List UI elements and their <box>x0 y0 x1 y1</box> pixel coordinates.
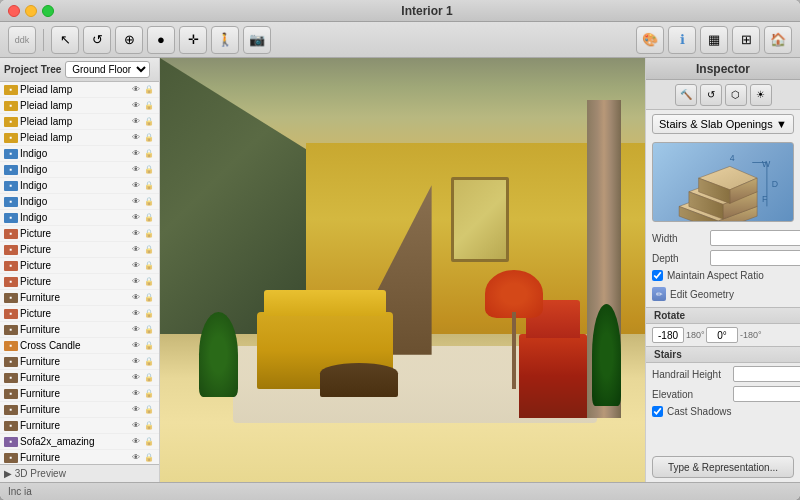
rotate-input-2[interactable] <box>706 327 738 343</box>
rotate-input-1[interactable] <box>652 327 684 343</box>
tree-item[interactable]: ▪Furniture👁🔒 <box>0 386 159 402</box>
floor-selector[interactable]: Ground Floor <box>65 61 150 78</box>
tree-item-visibility-btn[interactable]: 👁 <box>130 196 142 208</box>
tree-item-lock-btn[interactable]: 🔒 <box>143 164 155 176</box>
tree-item-lock-btn[interactable]: 🔒 <box>143 324 155 336</box>
tree-item-lock-btn[interactable]: 🔒 <box>143 180 155 192</box>
tree-item-lock-btn[interactable]: 🔒 <box>143 212 155 224</box>
tree-item[interactable]: ▪Picture👁🔒 <box>0 258 159 274</box>
tree-item-visibility-btn[interactable]: 👁 <box>130 308 142 320</box>
tree-item-lock-btn[interactable]: 🔒 <box>143 404 155 416</box>
logo-btn[interactable]: ddk <box>8 26 36 54</box>
tree-item-lock-btn[interactable]: 🔒 <box>143 196 155 208</box>
tree-item-lock-btn[interactable]: 🔒 <box>143 132 155 144</box>
tree-item-lock-btn[interactable]: 🔒 <box>143 84 155 96</box>
minimize-button[interactable] <box>25 5 37 17</box>
tree-item[interactable]: ▪Indigo👁🔒 <box>0 194 159 210</box>
tree-item-visibility-btn[interactable]: 👁 <box>130 340 142 352</box>
tree-item-lock-btn[interactable]: 🔒 <box>143 340 155 352</box>
tree-item-visibility-btn[interactable]: 👁 <box>130 388 142 400</box>
tree-footer[interactable]: ▶ 3D Preview <box>0 464 159 482</box>
tree-item[interactable]: ▪Picture👁🔒 <box>0 306 159 322</box>
type-rep-button[interactable]: Type & Representation... <box>652 456 794 478</box>
tree-item[interactable]: ▪Furniture👁🔒 <box>0 370 159 386</box>
tree-item-visibility-btn[interactable]: 👁 <box>130 372 142 384</box>
tree-item-visibility-btn[interactable]: 👁 <box>130 260 142 272</box>
insp-btn-4[interactable]: ☀ <box>750 84 772 106</box>
elevation-input[interactable] <box>733 386 800 402</box>
tree-item-lock-btn[interactable]: 🔒 <box>143 356 155 368</box>
tree-item-visibility-btn[interactable]: 👁 <box>130 436 142 448</box>
tree-item[interactable]: ▪Furniture👁🔒 <box>0 290 159 306</box>
tree-item-lock-btn[interactable]: 🔒 <box>143 436 155 448</box>
tree-item-visibility-btn[interactable]: 👁 <box>130 116 142 128</box>
tree-item[interactable]: ▪Picture👁🔒 <box>0 226 159 242</box>
move-tool-btn[interactable]: ✛ <box>179 26 207 54</box>
render-btn[interactable]: 🎨 <box>636 26 664 54</box>
tree-item-lock-btn[interactable]: 🔒 <box>143 372 155 384</box>
inspector-section-dropdown[interactable]: Stairs & Slab Openings ▼ <box>652 114 794 134</box>
settings-btn[interactable]: 🏠 <box>764 26 792 54</box>
canvas-area[interactable] <box>160 58 645 482</box>
tree-item[interactable]: ▪Furniture👁🔒 <box>0 418 159 434</box>
tree-item-visibility-btn[interactable]: 👁 <box>130 292 142 304</box>
dot-tool-btn[interactable]: ● <box>147 26 175 54</box>
view-btn[interactable]: ▦ <box>700 26 728 54</box>
tree-item[interactable]: ▪Pleiad lamp👁🔒 <box>0 130 159 146</box>
tree-item-lock-btn[interactable]: 🔒 <box>143 100 155 112</box>
tree-item-lock-btn[interactable]: 🔒 <box>143 388 155 400</box>
tree-item-visibility-btn[interactable]: 👁 <box>130 100 142 112</box>
edit-geometry-btn[interactable]: ✏ Edit Geometry <box>652 285 794 303</box>
info-btn[interactable]: ℹ <box>668 26 696 54</box>
tree-item[interactable]: ▪Furniture👁🔒 <box>0 354 159 370</box>
tree-item-visibility-btn[interactable]: 👁 <box>130 132 142 144</box>
tree-item[interactable]: ▪Furniture👁🔒 <box>0 450 159 464</box>
tree-item-lock-btn[interactable]: 🔒 <box>143 420 155 432</box>
grid-btn[interactable]: ⊞ <box>732 26 760 54</box>
tree-item-visibility-btn[interactable]: 👁 <box>130 404 142 416</box>
handrail-input[interactable] <box>733 366 800 382</box>
tree-item-visibility-btn[interactable]: 👁 <box>130 164 142 176</box>
depth-input[interactable] <box>710 250 800 266</box>
insp-btn-1[interactable]: 🔨 <box>675 84 697 106</box>
tree-item-visibility-btn[interactable]: 👁 <box>130 356 142 368</box>
tree-item[interactable]: ▪Indigo👁🔒 <box>0 146 159 162</box>
tree-item-lock-btn[interactable]: 🔒 <box>143 148 155 160</box>
cast-shadows-checkbox[interactable] <box>652 406 663 417</box>
tree-item-lock-btn[interactable]: 🔒 <box>143 228 155 240</box>
tree-item[interactable]: ▪Pleiad lamp👁🔒 <box>0 82 159 98</box>
insp-btn-2[interactable]: ↺ <box>700 84 722 106</box>
tree-item-visibility-btn[interactable]: 👁 <box>130 228 142 240</box>
tree-item-lock-btn[interactable]: 🔒 <box>143 276 155 288</box>
person-tool-btn[interactable]: 🚶 <box>211 26 239 54</box>
tree-item[interactable]: ▪Sofa2x_amazing👁🔒 <box>0 434 159 450</box>
tree-item[interactable]: ▪Pleiad lamp👁🔒 <box>0 98 159 114</box>
project-tree-list[interactable]: ▪Pleiad lamp👁🔒▪Pleiad lamp👁🔒▪Pleiad lamp… <box>0 82 159 464</box>
maximize-button[interactable] <box>42 5 54 17</box>
maintain-aspect-checkbox[interactable] <box>652 270 663 281</box>
tree-item-lock-btn[interactable]: 🔒 <box>143 116 155 128</box>
tree-item[interactable]: ▪Picture👁🔒 <box>0 274 159 290</box>
tree-item-visibility-btn[interactable]: 👁 <box>130 244 142 256</box>
close-button[interactable] <box>8 5 20 17</box>
tree-item-lock-btn[interactable]: 🔒 <box>143 308 155 320</box>
tree-item[interactable]: ▪Furniture👁🔒 <box>0 322 159 338</box>
insp-btn-3[interactable]: ⬡ <box>725 84 747 106</box>
tree-item[interactable]: ▪Cross Candle👁🔒 <box>0 338 159 354</box>
tree-item-visibility-btn[interactable]: 👁 <box>130 276 142 288</box>
tree-item-lock-btn[interactable]: 🔒 <box>143 244 155 256</box>
rotate-tool-btn[interactable]: ↺ <box>83 26 111 54</box>
tree-item-visibility-btn[interactable]: 👁 <box>130 452 142 464</box>
tree-item-visibility-btn[interactable]: 👁 <box>130 180 142 192</box>
tree-item-visibility-btn[interactable]: 👁 <box>130 324 142 336</box>
tree-item-visibility-btn[interactable]: 👁 <box>130 212 142 224</box>
tree-item[interactable]: ▪Indigo👁🔒 <box>0 178 159 194</box>
tree-item[interactable]: ▪Indigo👁🔒 <box>0 210 159 226</box>
tree-item-lock-btn[interactable]: 🔒 <box>143 292 155 304</box>
tree-item[interactable]: ▪Picture👁🔒 <box>0 242 159 258</box>
camera-tool-btn[interactable]: 📷 <box>243 26 271 54</box>
tree-item-lock-btn[interactable]: 🔒 <box>143 260 155 272</box>
pan-tool-btn[interactable]: ⊕ <box>115 26 143 54</box>
width-input[interactable] <box>710 230 800 246</box>
tree-item[interactable]: ▪Pleiad lamp👁🔒 <box>0 114 159 130</box>
